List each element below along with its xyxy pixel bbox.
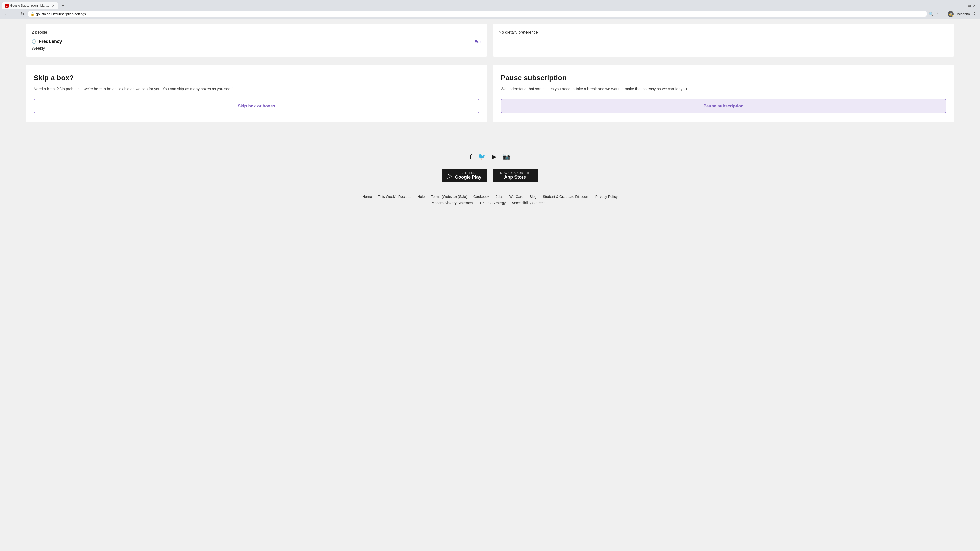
footer-link[interactable]: Help [417,195,425,199]
footer-link[interactable]: Modern Slavery Statement [431,201,474,205]
url-box[interactable]: 🔒 gousto.co.uk/subscription-settings [27,11,927,17]
extensions-icon[interactable]: ▭ [942,12,945,16]
skip-box-description: Need a break? No problem – we're here to… [34,86,479,92]
dietary-card: No dietary preference [493,24,955,57]
forward-button[interactable]: → [11,11,18,17]
footer-link[interactable]: Student & Graduate Discount [543,195,589,199]
footer-link[interactable]: Blog [530,195,537,199]
url-text: gousto.co.uk/subscription-settings [36,12,86,16]
footer-links-row2: Modern Slavery StatementUK Tax StrategyA… [5,201,975,205]
incognito-indicator: 🕵 [948,11,954,17]
tab-bar: G Gousto Subscription | Manage Y... ✕ + … [0,0,980,9]
google-play-label-small: GET IT ON [455,171,481,175]
google-play-button[interactable]: ▷ GET IT ON Google Play [442,169,487,183]
bookmark-icon[interactable]: ☆ [936,12,939,16]
pause-subscription-button[interactable]: Pause subscription [501,99,946,113]
skip-box-card: Skip a box? Need a break? No problem – w… [25,65,487,122]
footer-link[interactable]: UK Tax Strategy [480,201,506,205]
skip-box-title: Skip a box? [34,74,479,82]
footer-link[interactable]: Accessibility Statement [512,201,549,205]
dietary-preference: No dietary preference [499,30,538,35]
google-play-icon: ▷ [447,171,452,180]
footer-link[interactable]: Privacy Policy [595,195,617,199]
minimize-button[interactable]: ─ [963,3,966,8]
frequency-header: 🕐 Frequency Edit [32,39,481,44]
refresh-button[interactable]: ↻ [19,11,25,17]
skip-box-button[interactable]: Skip box or boxes [34,99,479,113]
tab-title: Gousto Subscription | Manage Y... [10,4,50,7]
address-actions: 🔍 ☆ ▭ 🕵 Incognito ⋮ [929,11,977,17]
tab-favicon: G [5,3,9,8]
people-count: 2 people [32,30,481,35]
twitter-icon[interactable]: 🐦 [478,153,486,161]
app-store-label-large: App Store [500,175,530,180]
subscription-info-card: 2 people 🕐 Frequency Edit Weekly [25,24,487,57]
window-controls: ─ ▭ ✕ [963,3,978,8]
footer-link[interactable]: Home [363,195,372,199]
app-store-label-small: Download on the [500,171,530,175]
back-button[interactable]: ← [3,11,9,17]
social-icons: f 🐦 ▶ 📷 [5,153,975,161]
page-content: 2 people 🕐 Frequency Edit Weekly No diet… [0,19,980,143]
menu-button[interactable]: ⋮ [972,11,977,17]
active-tab[interactable]: G Gousto Subscription | Manage Y... ✕ [2,2,58,9]
address-bar: ← → ↻ 🔒 gousto.co.uk/subscription-settin… [0,9,980,19]
youtube-icon[interactable]: ▶ [492,153,496,161]
pause-subscription-description: We understand that sometimes you need to… [501,86,946,92]
pause-subscription-title: Pause subscription [501,74,946,82]
footer-link[interactable]: This Week's Recipes [378,195,411,199]
top-cards: 2 people 🕐 Frequency Edit Weekly No diet… [25,19,955,57]
frequency-edit-link[interactable]: Edit [475,39,481,44]
footer-link[interactable]: We Care [509,195,523,199]
new-tab-button[interactable]: + [59,2,66,9]
app-store-button[interactable]: Download on the App Store [493,169,538,183]
action-cards: Skip a box? Need a break? No problem – w… [25,65,955,122]
google-play-label-large: Google Play [455,175,481,180]
incognito-label: Incognito [956,12,970,16]
restore-button[interactable]: ▭ [967,3,971,8]
clock-icon: 🕐 [32,39,37,44]
tab-close-button[interactable]: ✕ [52,3,55,8]
footer-link[interactable]: Cookbook [473,195,490,199]
instagram-icon[interactable]: 📷 [503,153,510,161]
lock-icon: 🔒 [30,12,35,16]
footer: f 🐦 ▶ 📷 ▷ GET IT ON Google Play Download… [0,143,980,214]
facebook-icon[interactable]: f [470,153,472,161]
search-icon[interactable]: 🔍 [929,12,933,16]
close-button[interactable]: ✕ [973,3,976,8]
frequency-value: Weekly [32,46,481,51]
pause-subscription-card: Pause subscription We understand that so… [493,65,955,122]
frequency-title: 🕐 Frequency [32,39,62,44]
footer-link[interactable]: Jobs [496,195,503,199]
app-buttons: ▷ GET IT ON Google Play Download on the … [5,169,975,183]
browser-chrome: G Gousto Subscription | Manage Y... ✕ + … [0,0,980,19]
footer-link[interactable]: Terms (Website) (Sale) [431,195,467,199]
footer-links-row1: HomeThis Week's RecipesHelpTerms (Websit… [5,195,975,199]
